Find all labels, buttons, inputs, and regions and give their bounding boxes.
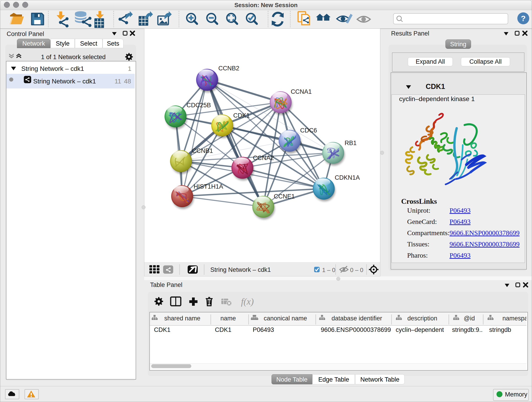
svg-text:CCNA2: CCNA2: [253, 154, 274, 161]
svg-text:CCNE1: CCNE1: [274, 193, 295, 200]
svg-text:CCNA1: CCNA1: [291, 88, 312, 95]
svg-text:CDKN1A: CDKN1A: [335, 174, 360, 181]
svg-text:CDK1: CDK1: [233, 112, 250, 119]
svg-text:CCNB2: CCNB2: [218, 65, 239, 72]
svg-text:CCNB1: CCNB1: [192, 147, 213, 154]
svg-text:HIST1H1A: HIST1H1A: [194, 183, 223, 190]
svg-text:RB1: RB1: [345, 140, 357, 147]
svg-text:CDC6: CDC6: [300, 127, 317, 134]
svg-text:CDC25B: CDC25B: [186, 102, 211, 109]
